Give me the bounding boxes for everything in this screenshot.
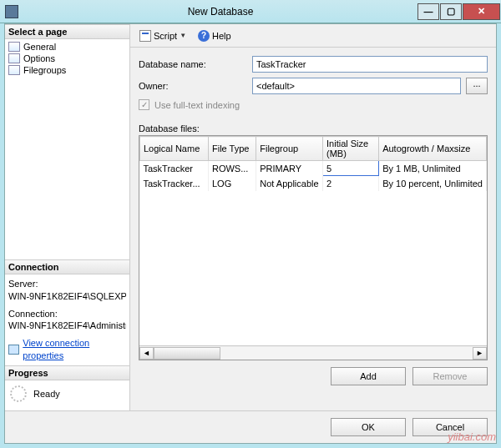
view-connection-properties-link[interactable]: View connection properties xyxy=(23,337,126,362)
horizontal-scrollbar[interactable]: ◄ ► xyxy=(139,345,487,360)
scroll-right-button[interactable]: ► xyxy=(473,347,487,360)
page-icon xyxy=(8,42,20,52)
page-item-filegroups[interactable]: Filegroups xyxy=(7,64,128,76)
connection-header: Connection xyxy=(5,259,129,274)
col-logical-name[interactable]: Logical Name xyxy=(140,137,209,161)
progress-header: Progress xyxy=(5,365,129,380)
owner-input[interactable] xyxy=(252,78,461,94)
scroll-left-button[interactable]: ◄ xyxy=(139,347,154,360)
page-label: General xyxy=(23,42,56,52)
database-name-input[interactable] xyxy=(252,56,488,73)
properties-icon xyxy=(8,345,19,355)
table-row[interactable]: TaskTracker...LOGNot Applicable2By 10 pe… xyxy=(140,176,487,191)
page-item-options[interactable]: Options xyxy=(7,53,128,64)
server-value: WIN-9NF1K82EIF4\SQLEXPRES xyxy=(8,290,126,303)
close-button[interactable]: ✕ xyxy=(463,3,500,20)
col-initial-size[interactable]: Initial Size (MB) xyxy=(323,137,379,161)
minimize-button[interactable]: — xyxy=(418,3,439,20)
left-panel: Select a page General Options Filegroups… xyxy=(5,24,130,410)
right-panel: Script ▼ ? Help Database name: Owner: ..… xyxy=(130,24,496,410)
connection-value: WIN-9NF1K82EIF4\Administrator xyxy=(8,320,126,332)
col-filegroup[interactable]: Filegroup xyxy=(256,137,323,161)
remove-button[interactable]: Remove xyxy=(412,367,488,385)
page-label: Options xyxy=(23,53,55,63)
cell[interactable]: TaskTracker... xyxy=(140,176,209,191)
cell[interactable]: TaskTracker xyxy=(140,161,209,176)
cell[interactable]: Not Applicable xyxy=(256,176,323,191)
script-label: Script xyxy=(154,31,177,41)
cell[interactable]: LOG xyxy=(208,176,256,191)
owner-label: Owner: xyxy=(139,81,247,91)
database-files-label: Database files: xyxy=(139,123,488,133)
progress-spinner-icon xyxy=(10,385,27,402)
server-label: Server: xyxy=(8,278,126,290)
help-button[interactable]: ? Help xyxy=(194,28,235,44)
cell[interactable]: 5 xyxy=(323,161,379,176)
help-icon: ? xyxy=(198,30,210,42)
scroll-thumb[interactable] xyxy=(154,347,220,360)
database-files-grid[interactable]: Logical Name File Type Filegroup Initial… xyxy=(139,135,488,360)
maximize-button[interactable]: ▢ xyxy=(440,3,462,20)
title-bar: New Database — ▢ ✕ xyxy=(0,0,501,23)
cell[interactable]: By 1 MB, Unlimited xyxy=(379,161,487,176)
select-page-header: Select a page xyxy=(5,24,129,39)
table-row[interactable]: TaskTrackerROWS...PRIMARY5By 1 MB, Unlim… xyxy=(140,161,487,176)
cancel-button[interactable]: Cancel xyxy=(412,418,488,436)
dialog-footer: OK Cancel xyxy=(5,410,496,443)
page-icon xyxy=(8,65,20,75)
toolbar: Script ▼ ? Help xyxy=(130,24,496,48)
script-button[interactable]: Script ▼ xyxy=(135,28,190,44)
script-icon xyxy=(139,30,151,42)
progress-state: Ready xyxy=(33,389,60,399)
cell[interactable]: By 10 percent, Unlimited xyxy=(379,176,487,191)
window-title: New Database xyxy=(23,6,418,18)
ok-button[interactable]: OK xyxy=(331,418,406,436)
add-button[interactable]: Add xyxy=(331,367,406,385)
database-name-label: Database name: xyxy=(139,59,247,69)
app-icon xyxy=(5,5,18,18)
page-icon xyxy=(8,53,20,63)
cell[interactable]: PRIMARY xyxy=(256,161,323,176)
page-label: Filegroups xyxy=(23,65,66,75)
connection-label: Connection: xyxy=(8,308,126,320)
owner-browse-button[interactable]: ... xyxy=(466,78,488,94)
fulltext-label: Use full-text indexing xyxy=(154,100,240,110)
fulltext-checkbox: ✓ xyxy=(139,99,149,110)
col-autogrowth[interactable]: Autogrowth / Maxsize xyxy=(379,137,487,161)
dropdown-icon: ▼ xyxy=(180,32,186,39)
help-label: Help xyxy=(212,31,231,41)
col-file-type[interactable]: File Type xyxy=(208,137,256,161)
cell[interactable]: 2 xyxy=(323,176,379,191)
page-item-general[interactable]: General xyxy=(7,41,128,53)
cell[interactable]: ROWS... xyxy=(208,161,256,176)
